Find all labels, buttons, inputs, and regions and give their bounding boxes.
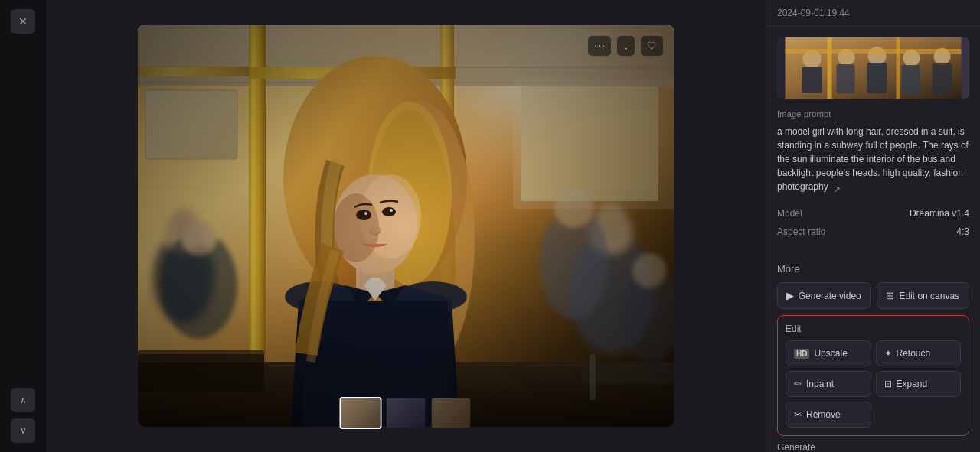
close-icon: ✕	[18, 15, 28, 28]
remove-icon: ✂	[794, 409, 802, 420]
svg-rect-67	[786, 37, 962, 99]
edit-section: Edit HD Upscale ✦ Retouch ✏ Inpaint ⊡ Ex…	[777, 315, 969, 436]
upscale-button[interactable]: HD Upscale	[786, 340, 871, 366]
upscale-label: Upscale	[814, 348, 847, 359]
divider-1	[777, 252, 969, 252]
prompt-text: a model girl with long hair, dressed in …	[777, 125, 969, 193]
remove-button[interactable]: ✂ Remove	[786, 402, 871, 428]
inpaint-button[interactable]: ✏ Inpaint	[786, 371, 871, 397]
reference-image	[777, 37, 969, 99]
ellipsis-icon: ⋯	[594, 40, 605, 52]
bookmark-button[interactable]: ♡	[641, 36, 663, 56]
link-icon: ↗	[833, 183, 842, 192]
inpaint-icon: ✏	[794, 379, 802, 389]
download-button[interactable]: ↓	[617, 36, 635, 56]
reference-image-content	[777, 37, 969, 99]
subway-scene-svg	[138, 25, 674, 427]
edit-grid: HD Upscale ✦ Retouch ✏ Inpaint ⊡ Expand …	[786, 340, 961, 428]
more-actions-row: ▶ Generate video ⊞ Edit on canvas	[777, 282, 969, 309]
image-overlay-actions: ⋯ ↓ ♡	[588, 36, 663, 56]
sidebar: ✕ ∧ ∨	[0, 0, 46, 452]
thumbnail-strip	[340, 397, 472, 429]
retouch-icon: ✦	[884, 348, 892, 359]
thumbnail-3[interactable]	[430, 397, 472, 429]
inpaint-label: Inpaint	[806, 379, 834, 389]
aspect-ratio-row: Aspect ratio 4:3	[777, 223, 969, 241]
canvas-icon: ⊞	[886, 290, 894, 301]
image-prompt-label: Image prompt	[777, 109, 969, 119]
image-viewer: ⋯ ↓ ♡	[46, 0, 766, 452]
generate-section-title: Generate	[777, 442, 969, 452]
edit-on-canvas-label: Edit on canvas	[899, 291, 959, 301]
generate-video-label: Generate video	[799, 291, 861, 301]
reference-image-svg	[777, 37, 969, 99]
expand-label: Expand	[897, 379, 928, 389]
heart-icon: ♡	[647, 40, 657, 52]
panel-header: 2024-09-01 19:44	[766, 0, 980, 27]
timestamp: 2024-09-01 19:44	[777, 8, 850, 18]
sidebar-navigation: ∧ ∨	[11, 388, 35, 443]
svg-rect-52	[138, 25, 674, 427]
nav-up-button[interactable]: ∧	[11, 388, 35, 412]
retouch-label: Retouch	[897, 348, 931, 359]
aspect-ratio-value: 4:3	[956, 226, 969, 237]
edit-section-title: Edit	[786, 324, 961, 334]
model-row: Model Dreamina v1.4	[777, 204, 969, 223]
upscale-icon: HD	[794, 349, 809, 359]
model-value: Dreamina v1.4	[910, 208, 969, 219]
nav-down-button[interactable]: ∨	[11, 418, 35, 443]
close-button[interactable]: ✕	[11, 9, 35, 34]
more-options-button[interactable]: ⋯	[588, 36, 611, 56]
edit-on-canvas-button[interactable]: ⊞ Edit on canvas	[877, 282, 970, 309]
right-panel: 2024-09-01 19:44	[766, 0, 980, 452]
main-image: ⋯ ↓ ♡	[138, 25, 674, 427]
model-label: Model	[777, 208, 802, 219]
video-icon: ▶	[786, 290, 794, 301]
expand-icon: ⊡	[884, 379, 892, 389]
remove-label: Remove	[806, 409, 841, 420]
retouch-button[interactable]: ✦ Retouch	[876, 340, 962, 366]
aspect-ratio-label: Aspect ratio	[777, 226, 825, 237]
chevron-down-icon: ∨	[20, 425, 27, 436]
main-content: ⋯ ↓ ♡	[46, 0, 766, 452]
download-icon: ↓	[623, 40, 629, 52]
more-section-title: More	[777, 263, 969, 275]
expand-button[interactable]: ⊡ Expand	[876, 371, 962, 397]
thumbnail-2[interactable]	[385, 397, 427, 429]
thumbnail-1[interactable]	[340, 397, 382, 429]
generate-video-button[interactable]: ▶ Generate video	[777, 282, 871, 309]
chevron-up-icon: ∧	[20, 395, 27, 405]
panel-body: Image prompt a model girl with long hair…	[766, 27, 980, 452]
